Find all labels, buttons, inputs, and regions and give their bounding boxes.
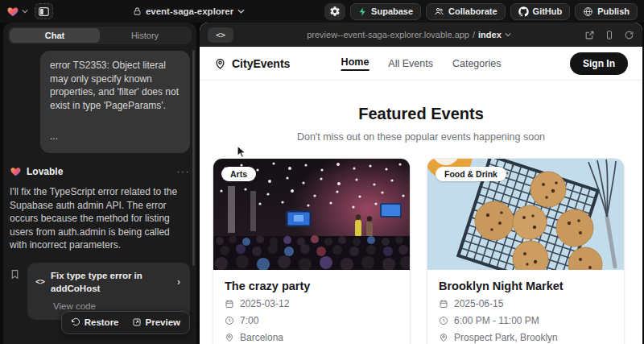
lovable-heart-icon — [6, 6, 19, 18]
refresh-icon — [624, 30, 634, 40]
nav-all-events[interactable]: All Events — [388, 58, 433, 69]
preview-route: index — [478, 30, 502, 39]
event-image-conference: Arts — [213, 159, 410, 270]
map-pin-icon — [214, 57, 226, 70]
chevron-right-icon: › — [177, 276, 180, 289]
map-pin-icon — [225, 333, 234, 342]
refresh-button[interactable] — [624, 30, 634, 40]
lovable-heart-icon — [10, 166, 22, 177]
site-nav: Home All Events Categories — [341, 56, 502, 71]
event-card[interactable]: Arts The crazy party 2025-03-12 7:00 Bar… — [213, 158, 411, 344]
sidebar-scrollbar[interactable] — [192, 50, 195, 266]
code-icon: <> — [35, 276, 45, 289]
tab-chat[interactable]: Chat — [10, 28, 100, 43]
event-cards: Arts The crazy party 2025-03-12 7:00 Bar… — [200, 158, 642, 344]
event-image-cookies: Food & Drink — [427, 159, 624, 270]
version-actions: Restore Preview — [61, 311, 190, 334]
clock-icon — [439, 316, 448, 325]
event-title: The crazy party — [225, 280, 398, 292]
chat-sidebar: Chat History error TS2353: Object litera… — [3, 23, 196, 344]
github-button[interactable]: GitHub — [510, 3, 571, 20]
sign-in-button[interactable]: Sign In — [570, 52, 628, 75]
code-card-title: Fix type type error in addCoHost — [51, 269, 170, 296]
chat-thread: error TS2353: Object literal may only sp… — [10, 51, 190, 344]
assistant-name: Lovable — [27, 165, 63, 179]
mobile-view-button[interactable] — [605, 30, 614, 40]
site-preview: CityEvents Home All Events Categories Si… — [200, 47, 642, 344]
sidebar-toggle-button[interactable] — [35, 3, 53, 19]
category-badge: Food & Drink — [436, 167, 506, 181]
mouse-cursor — [237, 145, 247, 159]
event-date: 2025-06-15 — [439, 298, 613, 309]
preview-panel: <> preview--event-saga-explorer.lovable.… — [200, 23, 642, 344]
event-time: 6:00 PM - 11:00 PM — [439, 315, 613, 326]
panel-icon — [39, 6, 49, 17]
open-preview-icon — [132, 317, 142, 327]
nav-home[interactable]: Home — [341, 56, 369, 71]
lovable-logo-menu[interactable] — [6, 6, 28, 18]
preview-toolbar: <> preview--event-saga-explorer.lovable.… — [200, 23, 642, 47]
brand-logo[interactable]: CityEvents — [214, 57, 290, 70]
section-title: Featured Events — [200, 105, 642, 123]
restore-button[interactable]: Restore — [71, 316, 119, 329]
users-icon — [434, 6, 444, 16]
user-message-text: error TS2353: Object literal may only sp… — [50, 59, 180, 112]
event-date: 2025-03-12 — [225, 298, 398, 309]
event-card[interactable]: Food & Drink Brooklyn Night Market 2025-… — [427, 158, 625, 344]
chevron-down-icon — [237, 9, 245, 14]
open-in-new-tab-button[interactable] — [584, 30, 595, 40]
message-menu-button[interactable]: ··· — [177, 165, 191, 179]
event-time: 7:00 — [225, 315, 398, 326]
restore-icon — [71, 317, 80, 327]
code-view-toggle[interactable]: <> — [208, 27, 233, 43]
clock-icon — [225, 316, 234, 325]
bookmark-icon[interactable] — [10, 268, 20, 280]
calendar-icon — [225, 299, 234, 309]
collaborate-button[interactable]: Collaborate — [426, 3, 506, 20]
supabase-bolt-icon — [358, 6, 367, 17]
supabase-button[interactable]: Supabase — [350, 3, 421, 20]
project-name: event-saga-explorer — [146, 6, 233, 16]
lock-icon — [133, 6, 142, 16]
sidebar-tabs: Chat History — [8, 27, 192, 44]
calendar-icon — [439, 299, 448, 309]
preview-url-bar[interactable]: preview--event-saga-explorer.lovable.app… — [240, 30, 578, 39]
settings-button[interactable] — [324, 3, 345, 20]
category-badge: Arts — [221, 167, 256, 181]
user-message-more: ... — [50, 130, 180, 143]
preview-url: preview--event-saga-explorer.lovable.app — [307, 30, 469, 39]
github-icon — [518, 6, 529, 17]
gear-icon — [329, 6, 341, 17]
device-icon — [605, 30, 614, 40]
chevron-down-icon — [22, 9, 28, 14]
publish-button[interactable]: Publish — [575, 3, 638, 20]
map-pin-icon — [439, 333, 448, 342]
event-location: Barcelona — [225, 332, 398, 343]
event-title: Brooklyn Night Market — [439, 280, 613, 292]
assistant-intro: I'll fix the TypeScript error related to… — [10, 185, 190, 252]
event-location: Prospect Park, Brooklyn — [439, 332, 613, 343]
chevron-down-icon — [505, 32, 511, 37]
top-bar: event-saga-explorer Supabase Collaborate… — [0, 0, 644, 23]
assistant-header: Lovable ··· — [10, 165, 190, 179]
project-name-menu[interactable]: event-saga-explorer — [60, 6, 318, 16]
globe-icon — [583, 6, 593, 17]
tab-history[interactable]: History — [100, 28, 190, 43]
nav-categories[interactable]: Categories — [452, 58, 501, 69]
preview-button[interactable]: Preview — [132, 316, 180, 329]
section-subtitle: Don't miss out on these popular events h… — [200, 131, 642, 143]
external-link-icon — [584, 30, 595, 40]
user-message: error TS2353: Object literal may only sp… — [40, 51, 190, 153]
site-header: CityEvents Home All Events Categories Si… — [200, 47, 642, 81]
featured-section: Featured Events Don't miss out on these … — [200, 105, 642, 143]
